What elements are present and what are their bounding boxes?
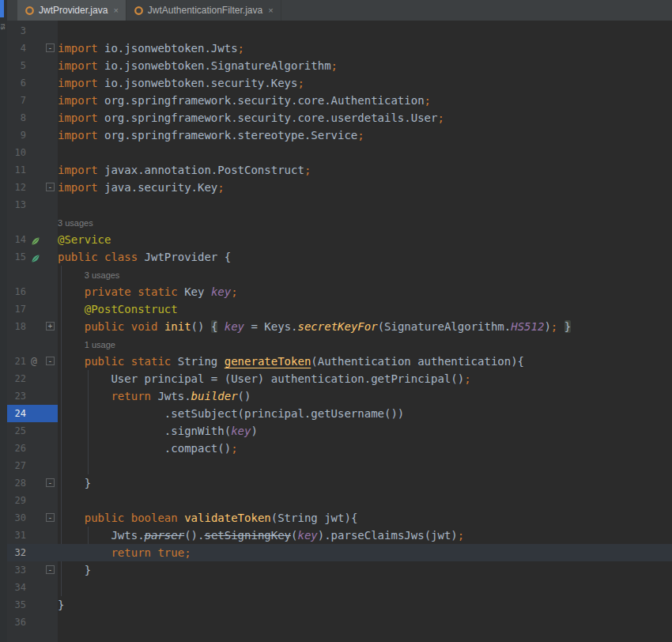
line-number: 16 bbox=[7, 283, 26, 300]
code-text[interactable]: import org.springframework.security.core… bbox=[58, 109, 672, 127]
line-number: 7 bbox=[7, 92, 26, 109]
inlay-hint-cell[interactable]: 1 usage bbox=[58, 335, 672, 353]
tab-jwtprovider[interactable]: JwtProvider.java × bbox=[17, 0, 126, 21]
gutter-cell[interactable]: 25 bbox=[7, 422, 58, 440]
code-text[interactable]: return true; bbox=[58, 544, 672, 561]
fold-marker[interactable]: - bbox=[46, 357, 55, 365]
inlay-hint-cell[interactable]: 3 usages bbox=[58, 266, 672, 283]
code-text[interactable]: import java.security.Key; bbox=[58, 179, 672, 196]
usages-inlay-hint[interactable]: 3 usages bbox=[58, 218, 93, 228]
code-text[interactable] bbox=[58, 614, 672, 631]
inlay-hint-cell[interactable]: 3 usages bbox=[58, 213, 672, 231]
code-text[interactable]: return Jwts.builder() bbox=[58, 387, 672, 405]
code-text[interactable]: public void init() { key = Keys.secretKe… bbox=[58, 318, 672, 335]
gutter-cell[interactable]: 23 bbox=[7, 387, 58, 405]
gutter-cell[interactable]: 11 bbox=[7, 161, 58, 179]
code-text[interactable]: } bbox=[58, 474, 672, 492]
code-token: String bbox=[171, 355, 224, 368]
code-token: @PostConstruct bbox=[85, 303, 178, 315]
code-text[interactable] bbox=[58, 144, 672, 161]
code-token: import bbox=[58, 59, 98, 72]
gutter-cell[interactable] bbox=[7, 213, 58, 231]
fold-marker[interactable]: - bbox=[46, 513, 55, 522]
code-text[interactable] bbox=[58, 457, 672, 474]
gutter-cell[interactable]: 24 bbox=[7, 405, 58, 422]
code-text[interactable]: import org.springframework.stereotype.Se… bbox=[58, 127, 672, 144]
code-token: () bbox=[191, 320, 211, 333]
code-text[interactable] bbox=[58, 22, 672, 40]
gutter-cell[interactable]: 9 bbox=[7, 127, 58, 144]
code-text[interactable]: public boolean validateToken(String jwt)… bbox=[58, 509, 672, 527]
code-token: import bbox=[58, 94, 98, 107]
gutter-cell[interactable]: 22 bbox=[7, 370, 58, 387]
close-tab-icon[interactable]: × bbox=[113, 6, 118, 15]
gutter-cell[interactable]: 35 bbox=[7, 596, 58, 614]
gutter-cell[interactable]: 30- bbox=[7, 509, 58, 527]
spring-class-icon[interactable] bbox=[31, 252, 40, 266]
gutter-cell[interactable]: 14 bbox=[7, 231, 58, 248]
code-text[interactable]: @PostConstruct bbox=[58, 300, 672, 318]
gutter-cell[interactable]: 13 bbox=[7, 196, 58, 213]
spring-bean-icon[interactable] bbox=[31, 235, 40, 249]
fold-marker[interactable]: - bbox=[46, 183, 55, 191]
gutter-cell[interactable]: 18+ bbox=[7, 318, 58, 335]
fold-marker[interactable]: - bbox=[46, 565, 55, 574]
gutter-cell[interactable]: 10 bbox=[7, 144, 58, 161]
code-text[interactable]: import io.jsonwebtoken.Jwts; bbox=[58, 40, 672, 57]
gutter-cell[interactable]: 4- bbox=[7, 40, 58, 57]
gutter-cell[interactable]: 29 bbox=[7, 492, 58, 509]
code-text[interactable]: public class JwtProvider { bbox=[58, 248, 672, 266]
gutter-cell[interactable]: 33- bbox=[7, 561, 58, 579]
gutter-cell[interactable] bbox=[7, 335, 58, 353]
code-text[interactable]: @Service bbox=[58, 231, 672, 248]
gutter-cell[interactable]: 6 bbox=[7, 74, 58, 92]
gutter-cell[interactable]: 12- bbox=[7, 179, 58, 196]
code-line: 9import org.springframework.stereotype.S… bbox=[7, 127, 672, 144]
code-text[interactable]: } bbox=[58, 561, 672, 579]
code-text[interactable]: import org.springframework.security.core… bbox=[58, 92, 672, 109]
code-text[interactable]: User principal = (User) authentication.g… bbox=[58, 370, 672, 387]
gutter-cell[interactable]: 28- bbox=[7, 474, 58, 492]
code-text[interactable]: .setSubject(principal.getUsername()) bbox=[58, 405, 672, 422]
code-text[interactable]: .signWith(key) bbox=[58, 422, 672, 440]
code-text[interactable] bbox=[58, 196, 672, 213]
fold-marker[interactable]: + bbox=[46, 322, 55, 330]
code-text[interactable]: import io.jsonwebtoken.security.Keys; bbox=[58, 74, 672, 92]
code-line: 26 .compact(); bbox=[7, 440, 672, 457]
code-text[interactable] bbox=[58, 579, 672, 596]
gutter-cell[interactable]: 8 bbox=[7, 109, 58, 127]
gutter-cell[interactable]: 17 bbox=[7, 300, 58, 318]
code-text[interactable] bbox=[58, 492, 672, 509]
fold-marker[interactable]: - bbox=[46, 43, 55, 52]
gutter-cell[interactable]: 15 bbox=[7, 248, 58, 266]
code-text[interactable]: public static String generateToken(Authe… bbox=[58, 353, 672, 370]
gutter-cell[interactable]: 5 bbox=[7, 57, 58, 74]
fold-marker[interactable]: - bbox=[46, 478, 55, 487]
gutter-cell[interactable]: 27 bbox=[7, 457, 58, 474]
usages-inlay-hint[interactable]: 3 usages bbox=[85, 270, 120, 280]
gutter-cell[interactable]: 32 bbox=[7, 544, 58, 561]
code-text[interactable]: } bbox=[58, 596, 672, 614]
close-tab-icon[interactable]: × bbox=[268, 6, 273, 15]
tab-jwtauthenticationfilter[interactable]: JwtAuthenticationFilter.java × bbox=[126, 0, 281, 21]
code-text[interactable]: .compact(); bbox=[58, 440, 672, 457]
usages-inlay-hint[interactable]: 1 usage bbox=[85, 340, 115, 349]
gutter-cell[interactable]: 36 bbox=[7, 614, 58, 631]
gutter-cell[interactable]: 34 bbox=[7, 579, 58, 596]
line-number: 31 bbox=[7, 527, 26, 544]
code-line: 21@- public static String generateToken(… bbox=[7, 353, 672, 370]
code-text[interactable]: import javax.annotation.PostConstruct; bbox=[58, 161, 672, 179]
code-text[interactable]: import io.jsonwebtoken.SignatureAlgorith… bbox=[58, 57, 672, 74]
gutter-cell[interactable]: 3 bbox=[7, 22, 58, 40]
gutter-cell[interactable]: 26 bbox=[7, 440, 58, 457]
gutter-cell[interactable] bbox=[7, 266, 58, 283]
gutter-cell[interactable]: 31 bbox=[7, 527, 58, 544]
code-text[interactable]: private static Key key; bbox=[58, 283, 672, 300]
code-text[interactable]: Jwts.parser().setSigningKey(key).parseCl… bbox=[58, 527, 672, 544]
gutter-cell[interactable]: 7 bbox=[7, 92, 58, 109]
gutter-cell[interactable]: 21@- bbox=[7, 353, 58, 370]
code-editor[interactable]: 34-import io.jsonwebtoken.Jwts;5import i… bbox=[7, 21, 672, 642]
code-token: generateToken bbox=[225, 355, 311, 368]
gutter-cell[interactable]: 16 bbox=[7, 283, 58, 300]
code-line: 36 bbox=[7, 614, 672, 631]
